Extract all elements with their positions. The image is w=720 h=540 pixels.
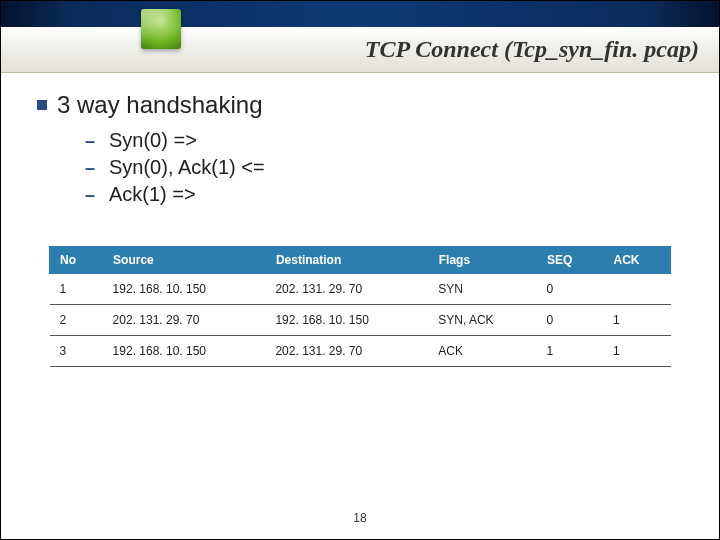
list-item-text: Syn(0), Ack(1) <= [109,156,265,179]
page-number: 18 [1,511,719,525]
square-bullet-icon [37,100,47,110]
packet-table-wrap: No Source Destination Flags SEQ ACK 1 19… [37,246,683,367]
cell-seq: 0 [536,305,603,336]
col-seq: SEQ [536,247,603,274]
table-row: 2 202. 131. 29. 70 192. 168. 10. 150 SYN… [50,305,671,336]
cell-ack: 1 [603,336,671,367]
cell-source: 192. 168. 10. 150 [103,336,266,367]
list-item: – Ack(1) => [85,183,683,206]
heading-text: 3 way handshaking [57,91,262,119]
cell-flags: SYN, ACK [428,305,536,336]
col-no: No [50,247,103,274]
packet-table: No Source Destination Flags SEQ ACK 1 19… [49,246,671,367]
slide-title: TCP Connect (Tcp_syn_fin. pcap) [365,36,699,63]
heading-row: 3 way handshaking [37,91,683,119]
cell-seq: 1 [536,336,603,367]
cell-no: 3 [50,336,103,367]
col-destination: Destination [265,247,428,274]
dash-icon: – [85,158,99,179]
bullet-list: – Syn(0) => – Syn(0), Ack(1) <= – Ack(1)… [85,129,683,206]
list-item: – Syn(0), Ack(1) <= [85,156,683,179]
dash-icon: – [85,185,99,206]
col-flags: Flags [428,247,536,274]
cell-source: 202. 131. 29. 70 [103,305,266,336]
cell-no: 1 [50,274,103,305]
cell-seq: 0 [536,274,603,305]
content-area: 3 way handshaking – Syn(0) => – Syn(0), … [1,73,719,367]
dash-icon: – [85,131,99,152]
cell-ack: 1 [603,305,671,336]
title-bar: TCP Connect (Tcp_syn_fin. pcap) [1,27,719,73]
list-item: – Syn(0) => [85,129,683,152]
col-ack: ACK [603,247,671,274]
cell-destination: 192. 168. 10. 150 [265,305,428,336]
cell-destination: 202. 131. 29. 70 [265,274,428,305]
cell-source: 192. 168. 10. 150 [103,274,266,305]
table-header-row: No Source Destination Flags SEQ ACK [50,247,671,274]
cell-no: 2 [50,305,103,336]
list-item-text: Ack(1) => [109,183,196,206]
table-row: 3 192. 168. 10. 150 202. 131. 29. 70 ACK… [50,336,671,367]
logo-icon [141,9,181,49]
cell-destination: 202. 131. 29. 70 [265,336,428,367]
top-dark-band [1,1,719,27]
cell-flags: SYN [428,274,536,305]
table-row: 1 192. 168. 10. 150 202. 131. 29. 70 SYN… [50,274,671,305]
cell-flags: ACK [428,336,536,367]
cell-ack [603,274,671,305]
col-source: Source [103,247,266,274]
list-item-text: Syn(0) => [109,129,197,152]
